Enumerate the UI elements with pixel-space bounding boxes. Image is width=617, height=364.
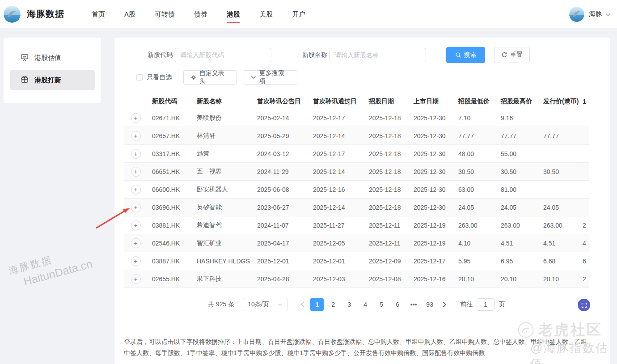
nav-item-0[interactable]: 首页 bbox=[92, 0, 105, 29]
cell-3: 2025-12-01 bbox=[253, 258, 308, 265]
cell-2: 林清轩 bbox=[192, 132, 253, 140]
custom-columns-button[interactable]: 自定义表头 bbox=[183, 70, 237, 85]
ipo-table: 新股代码新股名称首次聆讯公告日首次聆讯通过日招股日期上市日期招股最低价招股最高价… bbox=[124, 94, 589, 288]
cell-7: 263.00 bbox=[454, 222, 496, 229]
column-header-2: 新股名称 bbox=[192, 97, 253, 106]
watermark-left-line2: HaitunData.cn bbox=[22, 257, 94, 288]
cell-7: 24.05 bbox=[454, 204, 496, 211]
cell-5: 2025-12-18 bbox=[364, 132, 409, 140]
pagination: 共 925 条 10条/页 123456•••93 前往 页 bbox=[114, 297, 610, 312]
page-number-4[interactable]: 4 bbox=[359, 298, 372, 311]
next-page-button[interactable] bbox=[440, 301, 449, 308]
watchlist-checkbox[interactable] bbox=[136, 74, 143, 80]
cell-9: 20.10 bbox=[539, 275, 579, 283]
cell-9: 6.68 bbox=[539, 258, 579, 265]
cell-8: 77.77 bbox=[496, 132, 539, 140]
page-number-6[interactable]: 6 bbox=[391, 298, 404, 311]
cell-6: 2025-12-30 bbox=[409, 132, 454, 140]
page-number-3[interactable]: 3 bbox=[342, 298, 356, 311]
cell-9: 77.77 bbox=[539, 132, 579, 140]
expand-cell: + bbox=[124, 256, 148, 266]
nav-item-1[interactable]: A股 bbox=[124, 0, 135, 29]
nav-item-5[interactable]: 美股 bbox=[259, 0, 273, 29]
stock-code-input[interactable] bbox=[175, 48, 271, 62]
cell-7: 48.00 bbox=[454, 150, 496, 157]
page-size-select[interactable]: 10条/页 bbox=[243, 298, 287, 311]
chevron-right-icon bbox=[443, 301, 447, 308]
expand-row-button[interactable]: + bbox=[131, 185, 141, 195]
cell-10: 4 bbox=[579, 240, 589, 247]
sidebar-item-0[interactable]: 港股估值 bbox=[10, 47, 95, 68]
table-controls: 只看自选 自定义表头 更多搜索项 bbox=[114, 70, 610, 85]
prev-page-button[interactable] bbox=[297, 301, 307, 308]
nav-item-2[interactable]: 可转债 bbox=[155, 0, 175, 29]
page-number-5[interactable]: 5 bbox=[375, 298, 388, 311]
cell-3: 2024-11-07 bbox=[253, 222, 308, 229]
cell-4: 2025-12-03 bbox=[308, 275, 364, 283]
cell-4: 2025-12-17 bbox=[308, 150, 364, 157]
watermark-haitundata: 海豚数据 HaitunData.cn bbox=[7, 243, 94, 291]
expand-cell: + bbox=[124, 131, 148, 141]
page-number-1[interactable]: 1 bbox=[310, 298, 324, 311]
user-menu[interactable]: 海豚 bbox=[569, 7, 611, 22]
nav-item-6[interactable]: 开户 bbox=[292, 0, 305, 29]
cell-4: 2025-12-16 bbox=[308, 186, 364, 193]
chevron-left-icon bbox=[300, 301, 304, 308]
cell-6: 2025-12-30 bbox=[409, 150, 454, 157]
refresh-icon bbox=[501, 52, 507, 58]
cell-9: 24.05 bbox=[539, 204, 579, 211]
page-number-93[interactable]: 93 bbox=[423, 298, 436, 311]
cell-5: 2025-12-08 bbox=[364, 275, 409, 283]
cell-1: 03696.HK bbox=[148, 204, 192, 211]
table-row: +02655.HK果下科技2025-04-282025-12-032025-12… bbox=[124, 270, 589, 288]
cell-1: 06651.HK bbox=[148, 168, 192, 175]
cell-7: 30.50 bbox=[454, 168, 496, 175]
expand-row-button[interactable]: + bbox=[131, 220, 141, 230]
cell-2: 迅策 bbox=[192, 150, 253, 158]
cell-5: 2025-12-18 bbox=[364, 186, 409, 193]
cell-6: 2025-12-30 bbox=[409, 168, 454, 175]
nav-item-3[interactable]: 债券 bbox=[194, 0, 207, 29]
table-row: +03887.HKHASHKEY HLDGS2025-12-012025-12-… bbox=[124, 252, 589, 270]
cell-3: 2024-03-12 bbox=[253, 150, 308, 157]
expand-row-button[interactable]: + bbox=[131, 167, 141, 177]
expand-row-button[interactable]: + bbox=[131, 113, 141, 123]
cell-5: 2025-12-18 bbox=[364, 168, 409, 175]
expand-row-button[interactable]: + bbox=[131, 131, 141, 141]
stock-name-input[interactable] bbox=[330, 48, 426, 62]
top-bar: 海豚数据 首页A股可转债债券港股美股开户 海豚 bbox=[0, 0, 617, 29]
goto-page-input[interactable] bbox=[477, 298, 494, 311]
search-button[interactable]: 搜索 bbox=[446, 47, 485, 63]
sidebar-item-1[interactable]: 港股打新 bbox=[10, 70, 95, 90]
page-number-2[interactable]: 2 bbox=[326, 298, 340, 311]
cell-2: 智汇矿业 bbox=[192, 239, 253, 247]
expand-row-button[interactable]: + bbox=[131, 274, 141, 284]
watchlist-checkbox-label[interactable]: 只看自选 bbox=[147, 73, 172, 81]
cell-3: 2025-06-08 bbox=[253, 186, 308, 193]
nav-item-4[interactable]: 港股 bbox=[227, 0, 240, 29]
cell-1: 06600.HK bbox=[148, 186, 192, 193]
cell-4: 2025-11-27 bbox=[308, 222, 364, 229]
sort-tip-text: 登录后，可以点击以下字段将数据排序：上市日期、首日开盘涨跌幅、首日收盘涨跌幅、总… bbox=[124, 336, 588, 359]
table-row: +03696.HK英矽智能2023-06-272025-12-142025-12… bbox=[124, 199, 589, 216]
cell-1: 02546.HK bbox=[148, 240, 192, 247]
fullscreen-button[interactable] bbox=[578, 299, 590, 311]
expand-row-button[interactable]: + bbox=[131, 256, 141, 266]
cell-9: 4.51 bbox=[539, 240, 579, 247]
expand-cell: + bbox=[124, 274, 148, 284]
expand-cell: + bbox=[124, 203, 148, 212]
more-filters-button[interactable]: 更多搜索项 bbox=[244, 70, 297, 85]
table-row: +02546.HK智汇矿业2025-04-172025-12-052025-12… bbox=[124, 234, 589, 252]
cell-6: 2025-12-30 bbox=[409, 204, 454, 211]
table-body: +02671.HK美联股份2025-02-142025-12-172025-12… bbox=[124, 109, 589, 288]
expand-row-button[interactable]: + bbox=[131, 238, 141, 248]
cell-8: 4.51 bbox=[496, 240, 539, 247]
pagination-ellipsis[interactable]: ••• bbox=[407, 298, 420, 311]
expand-row-button[interactable]: + bbox=[131, 203, 141, 212]
expand-row-button[interactable]: + bbox=[131, 149, 141, 159]
column-header-1: 新股代码 bbox=[148, 97, 192, 106]
cell-4: 2025-12-14 bbox=[308, 132, 364, 140]
cell-6: 2025-12-19 bbox=[409, 222, 454, 229]
cell-10: 2 bbox=[579, 222, 589, 229]
reset-button[interactable]: 重置 bbox=[494, 47, 530, 63]
